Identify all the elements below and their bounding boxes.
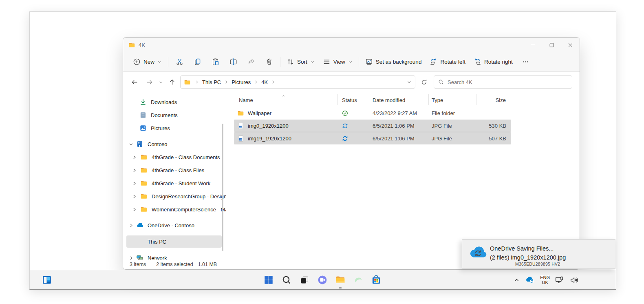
sidebar-item-this-pc[interactable]: This PC <box>123 235 226 248</box>
forward-arrow-icon <box>146 79 153 86</box>
cut-icon <box>176 58 183 66</box>
task-view-button[interactable] <box>296 270 313 290</box>
rotate-right-button[interactable]: Rotate right <box>470 55 517 69</box>
chat-button[interactable] <box>313 270 331 290</box>
minimize-button[interactable] <box>523 38 542 52</box>
rename-icon <box>229 58 237 66</box>
items-count: 3 items <box>130 262 146 267</box>
column-header-type[interactable]: Type <box>429 94 476 105</box>
column-header-name[interactable]: Name <box>234 94 338 105</box>
screenshot-root: 4K New <box>0 0 644 304</box>
toolbar-separator <box>280 57 280 67</box>
up-button[interactable] <box>165 75 179 89</box>
sidebar-item-contoso[interactable]: Contoso <box>123 138 226 151</box>
rename-button[interactable] <box>224 55 242 69</box>
delete-button[interactable] <box>260 55 278 69</box>
folder-icon <box>184 79 191 86</box>
recent-locations-button[interactable] <box>156 75 165 89</box>
sidebar-item-onedrive-contoso[interactable]: OneDrive - Contoso <box>123 219 226 232</box>
taskbar: ENG UK <box>30 270 616 289</box>
column-header-date-modified[interactable]: Date modified <box>369 94 429 105</box>
sidebar-item-4thgrade-class-files[interactable]: 4thGrade - Class Files <box>123 164 226 177</box>
paste-button[interactable] <box>206 55 224 69</box>
cut-button[interactable] <box>170 55 188 69</box>
table-row-wallpaper[interactable]: Wallpaper 4/23/2022 9:27 AM File folder <box>234 107 511 119</box>
date-modified: 4/23/2022 9:27 AM <box>369 110 429 116</box>
maximize-button[interactable] <box>542 38 561 52</box>
ellipsis-icon <box>522 58 529 66</box>
share-button[interactable] <box>242 55 260 69</box>
breadcrumb-chevron-icon <box>224 80 228 84</box>
file-list: Name Status Date modified Type Size Wall… <box>234 92 580 260</box>
search-box[interactable] <box>434 75 572 89</box>
sidebar-item-womenincomputerscience[interactable]: WomeninComputerScience - Man <box>123 203 226 216</box>
copy-button[interactable] <box>188 55 206 69</box>
breadcrumb-this-pc[interactable]: This PC <box>201 79 222 85</box>
widgets-button[interactable] <box>38 270 56 290</box>
table-row-img0[interactable]: img0_1920x1200 6/5/2021 1:06 PM JPG File… <box>234 120 511 132</box>
sidebar-item-pictures[interactable]: Pictures <box>123 122 226 135</box>
rotate-right-icon <box>474 58 481 66</box>
language-indicator[interactable]: ENG UK <box>540 275 550 285</box>
trash-icon <box>265 58 273 66</box>
onedrive-sync-tray-icon[interactable] <box>525 276 535 284</box>
store-button[interactable] <box>367 270 385 290</box>
navigation-row: This PC Pictures 4K <box>123 72 580 92</box>
sort-icon <box>287 58 294 66</box>
edge-button[interactable] <box>349 270 367 290</box>
sidebar-item-designresearchgroup[interactable]: DesignResearchGroup - Design Re <box>123 190 226 203</box>
forward-button[interactable] <box>143 75 156 89</box>
volume-tray-icon[interactable] <box>570 276 578 284</box>
sidebar-scrollbar[interactable] <box>222 124 223 251</box>
paste-icon <box>212 58 219 66</box>
date-modified: 6/5/2021 1:06 PM <box>369 123 429 129</box>
sidebar-item-downloads[interactable]: Downloads <box>123 95 226 109</box>
rotate-left-label: Rotate left <box>440 59 465 65</box>
column-header-size[interactable]: Size <box>476 94 511 105</box>
title-bar[interactable]: 4K <box>123 38 580 52</box>
syncing-arrows-icon <box>342 135 348 142</box>
toast-title: OneDrive Saving Files... <box>490 244 566 253</box>
windows-start-icon <box>263 275 274 285</box>
file-size: 507 KB <box>476 135 511 142</box>
chevron-down-icon <box>310 60 315 64</box>
wallpaper-icon <box>365 58 373 66</box>
file-size: 530 KB <box>476 123 511 129</box>
view-button-label: View <box>333 59 345 65</box>
address-dropdown-chevron-icon[interactable] <box>407 80 412 84</box>
set-as-background-button[interactable]: Set as background <box>361 55 426 69</box>
window-body: Downloads Documents Pictures Contoso 4th… <box>123 92 580 260</box>
hidden-icons-chevron-icon[interactable] <box>514 277 520 283</box>
view-button[interactable]: View <box>319 55 357 69</box>
taskbar-search-button[interactable] <box>278 270 296 290</box>
window-title: 4K <box>139 42 145 48</box>
new-button[interactable]: New <box>129 55 166 69</box>
sidebar-item-4thgrade-student-work[interactable]: 4thGrade - Student Work <box>123 177 226 190</box>
sidebar-item-network[interactable]: Network <box>123 251 226 260</box>
column-header-status[interactable]: Status <box>338 94 369 105</box>
start-button[interactable] <box>260 270 278 290</box>
onedrive-toast[interactable]: OneDrive Saving Files... (2 files) img0_… <box>462 239 615 269</box>
rotate-left-button[interactable]: Rotate left <box>426 55 470 69</box>
network-tray-icon[interactable] <box>555 276 565 284</box>
breadcrumb-chevron-icon <box>254 80 258 84</box>
breadcrumb-pictures[interactable]: Pictures <box>231 79 251 85</box>
breadcrumb-4k[interactable]: 4K <box>260 79 269 85</box>
share-icon <box>247 58 255 66</box>
image-file-icon <box>237 135 244 142</box>
sidebar-item-documents[interactable]: Documents <box>123 109 226 122</box>
more-options-button[interactable] <box>517 55 535 69</box>
search-input[interactable] <box>448 79 568 85</box>
search-icon <box>438 79 444 85</box>
close-button[interactable] <box>561 38 580 52</box>
address-bar[interactable]: This PC Pictures 4K <box>180 75 415 89</box>
file-name: img19_1920x1200 <box>248 135 291 142</box>
selection-count: 2 items selected <box>156 262 193 267</box>
refresh-button[interactable] <box>417 75 430 89</box>
table-row-img19[interactable]: img19_1920x1200 6/5/2021 1:06 PM JPG Fil… <box>234 132 511 144</box>
task-view-icon <box>299 275 310 285</box>
sort-button[interactable]: Sort <box>282 55 319 69</box>
back-button[interactable] <box>128 75 141 89</box>
file-explorer-button[interactable] <box>331 270 349 290</box>
sidebar-item-4thgrade-class-documents[interactable]: 4thGrade - Class Documents <box>123 151 226 164</box>
